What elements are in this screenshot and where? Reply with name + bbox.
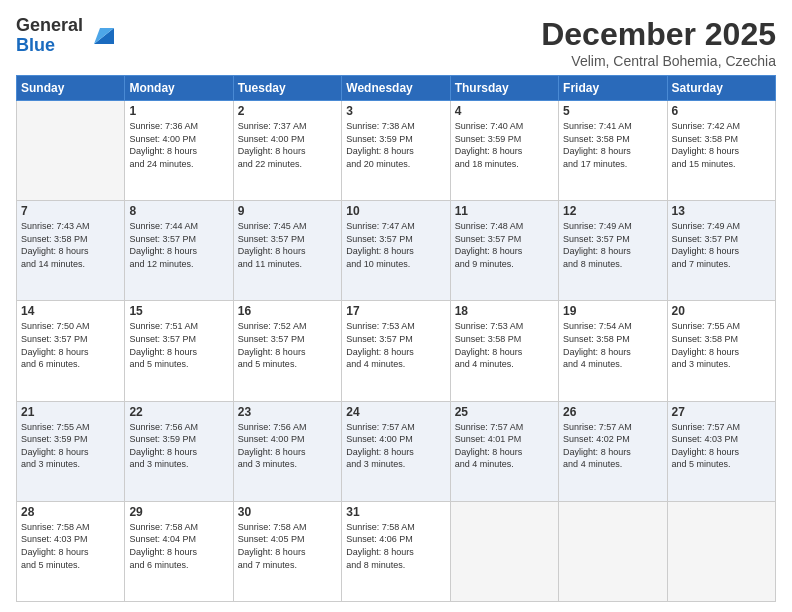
day-info: Sunrise: 7:45 AM Sunset: 3:57 PM Dayligh… [238,220,337,270]
day-number: 25 [455,405,554,419]
day-number: 23 [238,405,337,419]
calendar-cell: 25Sunrise: 7:57 AM Sunset: 4:01 PM Dayli… [450,401,558,501]
day-number: 22 [129,405,228,419]
calendar-cell: 30Sunrise: 7:58 AM Sunset: 4:05 PM Dayli… [233,501,341,601]
day-info: Sunrise: 7:47 AM Sunset: 3:57 PM Dayligh… [346,220,445,270]
day-number: 13 [672,204,771,218]
calendar-cell: 31Sunrise: 7:58 AM Sunset: 4:06 PM Dayli… [342,501,450,601]
calendar-cell: 29Sunrise: 7:58 AM Sunset: 4:04 PM Dayli… [125,501,233,601]
calendar-cell: 3Sunrise: 7:38 AM Sunset: 3:59 PM Daylig… [342,101,450,201]
day-number: 31 [346,505,445,519]
calendar-cell [450,501,558,601]
calendar-cell [559,501,667,601]
day-number: 1 [129,104,228,118]
calendar-cell: 8Sunrise: 7:44 AM Sunset: 3:57 PM Daylig… [125,201,233,301]
day-info: Sunrise: 7:58 AM Sunset: 4:03 PM Dayligh… [21,521,120,571]
col-monday: Monday [125,76,233,101]
day-info: Sunrise: 7:40 AM Sunset: 3:59 PM Dayligh… [455,120,554,170]
month-title: December 2025 [541,16,776,53]
day-info: Sunrise: 7:38 AM Sunset: 3:59 PM Dayligh… [346,120,445,170]
table-row: 7Sunrise: 7:43 AM Sunset: 3:58 PM Daylig… [17,201,776,301]
col-tuesday: Tuesday [233,76,341,101]
logo-blue: Blue [16,36,83,56]
day-info: Sunrise: 7:56 AM Sunset: 4:00 PM Dayligh… [238,421,337,471]
calendar-cell: 26Sunrise: 7:57 AM Sunset: 4:02 PM Dayli… [559,401,667,501]
day-info: Sunrise: 7:49 AM Sunset: 3:57 PM Dayligh… [563,220,662,270]
calendar-cell: 14Sunrise: 7:50 AM Sunset: 3:57 PM Dayli… [17,301,125,401]
page: General Blue December 2025 Velim, Centra… [0,0,792,612]
logo-general: General [16,16,83,36]
day-number: 30 [238,505,337,519]
calendar-cell: 21Sunrise: 7:55 AM Sunset: 3:59 PM Dayli… [17,401,125,501]
day-number: 24 [346,405,445,419]
day-info: Sunrise: 7:57 AM Sunset: 4:00 PM Dayligh… [346,421,445,471]
logo: General Blue [16,16,118,56]
day-info: Sunrise: 7:54 AM Sunset: 3:58 PM Dayligh… [563,320,662,370]
day-info: Sunrise: 7:37 AM Sunset: 4:00 PM Dayligh… [238,120,337,170]
day-number: 6 [672,104,771,118]
day-info: Sunrise: 7:41 AM Sunset: 3:58 PM Dayligh… [563,120,662,170]
table-row: 14Sunrise: 7:50 AM Sunset: 3:57 PM Dayli… [17,301,776,401]
day-number: 27 [672,405,771,419]
day-number: 20 [672,304,771,318]
calendar-cell: 28Sunrise: 7:58 AM Sunset: 4:03 PM Dayli… [17,501,125,601]
col-friday: Friday [559,76,667,101]
day-info: Sunrise: 7:58 AM Sunset: 4:05 PM Dayligh… [238,521,337,571]
calendar-cell: 11Sunrise: 7:48 AM Sunset: 3:57 PM Dayli… [450,201,558,301]
day-info: Sunrise: 7:55 AM Sunset: 3:59 PM Dayligh… [21,421,120,471]
day-number: 9 [238,204,337,218]
calendar-cell: 12Sunrise: 7:49 AM Sunset: 3:57 PM Dayli… [559,201,667,301]
day-info: Sunrise: 7:43 AM Sunset: 3:58 PM Dayligh… [21,220,120,270]
calendar-cell: 22Sunrise: 7:56 AM Sunset: 3:59 PM Dayli… [125,401,233,501]
day-info: Sunrise: 7:50 AM Sunset: 3:57 PM Dayligh… [21,320,120,370]
day-number: 3 [346,104,445,118]
day-number: 29 [129,505,228,519]
table-row: 1Sunrise: 7:36 AM Sunset: 4:00 PM Daylig… [17,101,776,201]
day-info: Sunrise: 7:36 AM Sunset: 4:00 PM Dayligh… [129,120,228,170]
day-info: Sunrise: 7:57 AM Sunset: 4:01 PM Dayligh… [455,421,554,471]
calendar-cell: 19Sunrise: 7:54 AM Sunset: 3:58 PM Dayli… [559,301,667,401]
day-info: Sunrise: 7:49 AM Sunset: 3:57 PM Dayligh… [672,220,771,270]
col-wednesday: Wednesday [342,76,450,101]
calendar-cell: 20Sunrise: 7:55 AM Sunset: 3:58 PM Dayli… [667,301,775,401]
col-sunday: Sunday [17,76,125,101]
calendar-cell: 24Sunrise: 7:57 AM Sunset: 4:00 PM Dayli… [342,401,450,501]
day-number: 21 [21,405,120,419]
day-info: Sunrise: 7:53 AM Sunset: 3:58 PM Dayligh… [455,320,554,370]
day-number: 15 [129,304,228,318]
calendar-cell: 10Sunrise: 7:47 AM Sunset: 3:57 PM Dayli… [342,201,450,301]
header: General Blue December 2025 Velim, Centra… [16,16,776,69]
calendar-cell: 7Sunrise: 7:43 AM Sunset: 3:58 PM Daylig… [17,201,125,301]
calendar-cell: 17Sunrise: 7:53 AM Sunset: 3:57 PM Dayli… [342,301,450,401]
day-number: 19 [563,304,662,318]
col-saturday: Saturday [667,76,775,101]
calendar-cell: 1Sunrise: 7:36 AM Sunset: 4:00 PM Daylig… [125,101,233,201]
day-number: 4 [455,104,554,118]
day-number: 8 [129,204,228,218]
day-number: 10 [346,204,445,218]
day-info: Sunrise: 7:52 AM Sunset: 3:57 PM Dayligh… [238,320,337,370]
day-number: 28 [21,505,120,519]
day-info: Sunrise: 7:53 AM Sunset: 3:57 PM Dayligh… [346,320,445,370]
calendar-cell [17,101,125,201]
calendar-cell [667,501,775,601]
table-row: 21Sunrise: 7:55 AM Sunset: 3:59 PM Dayli… [17,401,776,501]
day-number: 5 [563,104,662,118]
day-info: Sunrise: 7:42 AM Sunset: 3:58 PM Dayligh… [672,120,771,170]
day-info: Sunrise: 7:51 AM Sunset: 3:57 PM Dayligh… [129,320,228,370]
day-number: 11 [455,204,554,218]
day-number: 16 [238,304,337,318]
day-info: Sunrise: 7:44 AM Sunset: 3:57 PM Dayligh… [129,220,228,270]
col-thursday: Thursday [450,76,558,101]
calendar-cell: 2Sunrise: 7:37 AM Sunset: 4:00 PM Daylig… [233,101,341,201]
calendar-cell: 18Sunrise: 7:53 AM Sunset: 3:58 PM Dayli… [450,301,558,401]
logo-icon [86,20,118,52]
day-info: Sunrise: 7:55 AM Sunset: 3:58 PM Dayligh… [672,320,771,370]
day-info: Sunrise: 7:48 AM Sunset: 3:57 PM Dayligh… [455,220,554,270]
day-info: Sunrise: 7:58 AM Sunset: 4:04 PM Dayligh… [129,521,228,571]
day-info: Sunrise: 7:57 AM Sunset: 4:02 PM Dayligh… [563,421,662,471]
day-number: 2 [238,104,337,118]
day-number: 14 [21,304,120,318]
day-number: 26 [563,405,662,419]
calendar-cell: 16Sunrise: 7:52 AM Sunset: 3:57 PM Dayli… [233,301,341,401]
